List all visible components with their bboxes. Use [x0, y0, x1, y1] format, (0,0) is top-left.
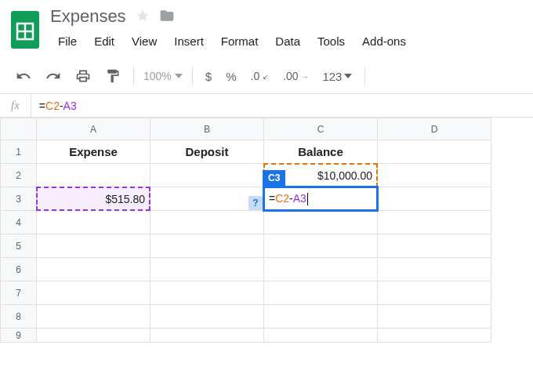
cell-B4[interactable] — [150, 211, 264, 234]
cell-C7[interactable] — [264, 281, 378, 305]
cell-editor[interactable]: =C2-A3 — [269, 192, 372, 205]
row-header-3[interactable]: 3 — [1, 187, 37, 211]
row-header-6[interactable]: 6 — [1, 258, 37, 281]
folder-icon[interactable] — [159, 8, 175, 26]
active-cell-badge: C3 — [263, 170, 285, 186]
cell-A7[interactable] — [37, 281, 150, 305]
zoom-selector[interactable]: 100% — [140, 70, 186, 82]
column-header-D[interactable]: D — [378, 118, 491, 140]
increase-decimal-button[interactable]: .00 → — [277, 65, 314, 87]
row-header-5[interactable]: 5 — [1, 234, 37, 258]
cell-B3[interactable] — [150, 187, 264, 211]
row-header-7[interactable]: 7 — [1, 281, 37, 305]
row-header-1[interactable]: 1 — [1, 140, 37, 164]
cell-B6[interactable] — [150, 258, 264, 281]
cell-B7[interactable] — [150, 281, 264, 305]
cell-B2[interactable] — [150, 164, 264, 187]
row-header-9[interactable]: 9 — [1, 328, 37, 343]
menu-file[interactable]: File — [50, 31, 85, 51]
cell-D9[interactable] — [378, 328, 491, 343]
row-header-8[interactable]: 8 — [1, 305, 37, 328]
redo-button[interactable] — [39, 64, 67, 89]
format-currency-button[interactable]: $ — [199, 65, 218, 88]
cell-B9[interactable] — [150, 328, 264, 343]
star-icon[interactable] — [136, 9, 150, 25]
column-header-C[interactable]: C — [264, 118, 378, 140]
cell-A4[interactable] — [37, 211, 150, 234]
cell-C6[interactable] — [264, 258, 378, 281]
menu-addons[interactable]: Add-ons — [354, 31, 414, 51]
cell-C3[interactable]: C3 ? =C2-A3 — [264, 187, 378, 211]
select-all-corner[interactable] — [1, 118, 37, 140]
cell-B1[interactable]: Deposit — [150, 140, 264, 164]
menu-data[interactable]: Data — [267, 31, 308, 51]
cell-D8[interactable] — [378, 305, 491, 328]
menu-insert[interactable]: Insert — [166, 31, 212, 51]
menu-edit[interactable]: Edit — [86, 31, 122, 51]
cell-B5[interactable] — [150, 234, 264, 258]
menu-tools[interactable]: Tools — [310, 31, 353, 51]
cell-C8[interactable] — [264, 305, 378, 328]
cell-D5[interactable] — [378, 234, 491, 258]
menu-view[interactable]: View — [124, 31, 165, 51]
menu-bar: File Edit View Insert Format Data Tools … — [50, 31, 524, 51]
cell-A1[interactable]: Expense — [37, 140, 150, 164]
row-header-2[interactable]: 2 — [1, 164, 37, 187]
cell-A2[interactable] — [37, 164, 150, 187]
decrease-decimal-button[interactable]: .0 ↙ — [245, 65, 276, 87]
row-header-4[interactable]: 4 — [1, 211, 37, 234]
cell-C9[interactable] — [264, 328, 378, 343]
cell-A9[interactable] — [37, 328, 150, 343]
cell-D1[interactable] — [378, 140, 491, 164]
cell-A6[interactable] — [37, 258, 150, 281]
format-percent-button[interactable]: % — [219, 65, 242, 88]
cell-A5[interactable] — [37, 234, 150, 258]
cell-C1[interactable]: Balance — [264, 140, 378, 164]
formula-help-icon[interactable]: ? — [248, 196, 263, 210]
print-button[interactable] — [69, 64, 97, 89]
more-formats-button[interactable]: 123 — [316, 65, 358, 88]
cell-C4[interactable] — [264, 211, 378, 234]
cell-D4[interactable] — [378, 211, 491, 234]
zoom-value: 100% — [143, 70, 172, 82]
undo-button[interactable] — [9, 64, 38, 89]
cell-A8[interactable] — [37, 305, 150, 328]
cell-D3[interactable] — [378, 187, 491, 211]
cell-D2[interactable] — [378, 164, 491, 187]
cell-D6[interactable] — [378, 258, 491, 281]
cell-C5[interactable] — [264, 234, 378, 258]
formula-bar: fx =C2-A3 — [0, 94, 533, 118]
cell-B8[interactable] — [150, 305, 264, 328]
toolbar: 100% $ % .0 ↙ .00 → 123 — [0, 59, 533, 94]
column-header-A[interactable]: A — [37, 118, 150, 140]
cell-A3[interactable]: $515.80 — [37, 187, 150, 211]
paint-format-button[interactable] — [99, 64, 127, 89]
menu-format[interactable]: Format — [213, 31, 266, 51]
sheets-logo-icon — [9, 9, 41, 50]
cell-D7[interactable] — [378, 281, 491, 305]
formula-input[interactable]: =C2-A3 — [31, 100, 77, 112]
fx-icon: fx — [0, 94, 31, 117]
spreadsheet-grid: A B C D 1 Expense Deposit Balance 2 $10,… — [0, 118, 533, 343]
document-title[interactable]: Expenses — [50, 6, 126, 27]
column-header-B[interactable]: B — [150, 118, 264, 140]
